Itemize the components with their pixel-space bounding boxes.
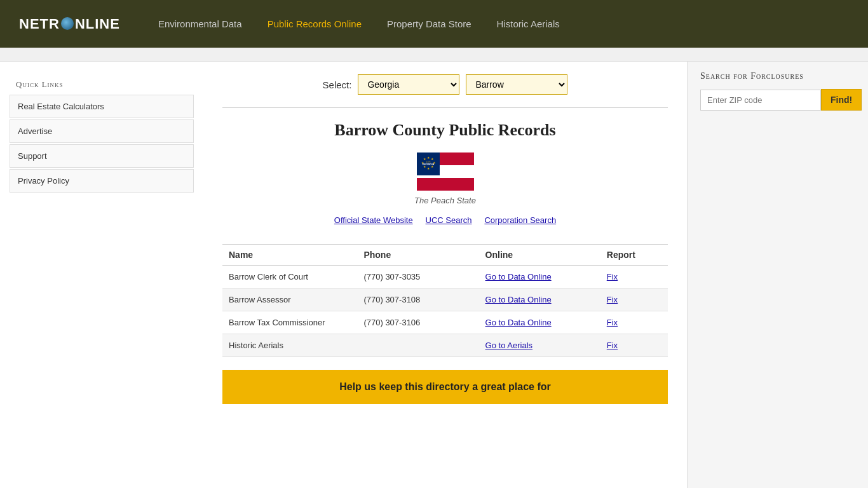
record-name: Barrow Tax Commissioner (222, 311, 357, 334)
find-button[interactable]: Find! (821, 89, 862, 111)
record-online: Go to Data Online (479, 288, 600, 311)
sidebar-item-real-estate[interactable]: Real Estate Calculators (10, 95, 194, 118)
georgia-flag: ★ ★ ★ ★ ★ ★ ★ ★ GEORGIA 1776 (417, 152, 474, 191)
nav-historic-aerials[interactable]: Historic Aerials (497, 18, 560, 29)
yellow-banner-text: Help us keep this directory a great plac… (339, 381, 551, 392)
record-online: Go to Data Online (479, 311, 600, 334)
sidebar-item-support[interactable]: Support (10, 144, 194, 168)
records-table: Name Phone Online Report Barrow Clerk of… (222, 244, 668, 357)
main-content: Select: Georgia Barrow Barrow County Pub… (203, 62, 687, 488)
record-phone (357, 334, 478, 357)
record-report: Fix (600, 334, 668, 357)
state-links: Official State Website UCC Search Corpor… (222, 215, 668, 225)
flag-caption: The Peach State (222, 196, 668, 205)
record-report: Fix (600, 266, 668, 288)
nav-property-data[interactable]: Property Data Store (387, 18, 471, 29)
go-to-data-link[interactable]: Go to Data Online (485, 272, 594, 281)
col-phone: Phone (357, 245, 478, 266)
main-container: Quick Links Real Estate Calculators Adve… (0, 62, 868, 488)
svg-text:1776: 1776 (426, 161, 430, 163)
foreclosure-title: Search for Forclosures (700, 71, 855, 81)
record-online: Go to Data Online (479, 266, 600, 288)
logo-text-right: NLINE (75, 16, 120, 32)
sidebar-item-advertise[interactable]: Advertise (10, 119, 194, 143)
zip-input[interactable] (700, 90, 821, 111)
table-row: Barrow Assessor(770) 307-3108Go to Data … (222, 288, 668, 311)
fix-link[interactable]: Fix (607, 318, 661, 327)
go-to-data-link[interactable]: Go to Data Online (485, 318, 594, 327)
records-tbody: Barrow Clerk of Court(770) 307-3035Go to… (222, 266, 668, 357)
globe-icon (61, 17, 74, 30)
record-phone: (770) 307-3035 (357, 266, 478, 288)
main-nav: Environmental Data Public Records Online… (158, 18, 560, 29)
quick-links-title: Quick Links (10, 74, 194, 95)
official-state-website-link[interactable]: Official State Website (334, 215, 413, 225)
go-to-data-link[interactable]: Go to Data Online (485, 295, 594, 304)
yellow-banner: Help us keep this directory a great plac… (222, 370, 668, 404)
logo: NETRNLINE (19, 16, 120, 32)
nav-public-records[interactable]: Public Records Online (268, 18, 362, 29)
zip-search-row: Find! (700, 89, 855, 111)
ucc-search-link[interactable]: UCC Search (426, 215, 472, 225)
subheader-bar (0, 48, 868, 62)
state-select[interactable]: Georgia (358, 74, 459, 95)
record-name: Barrow Clerk of Court (222, 266, 357, 288)
select-label: Select: (323, 79, 352, 90)
fix-link[interactable]: Fix (607, 272, 661, 281)
record-name: Historic Aerials (222, 334, 357, 357)
county-select[interactable]: Barrow (466, 74, 567, 95)
col-report: Report (600, 245, 668, 266)
record-name: Barrow Assessor (222, 288, 357, 311)
content-divider (222, 107, 668, 108)
left-sidebar: Quick Links Real Estate Calculators Adve… (0, 62, 203, 488)
flag-area: ★ ★ ★ ★ ★ ★ ★ ★ GEORGIA 1776 The Peach S… (222, 152, 668, 205)
svg-rect-2 (417, 178, 474, 191)
sidebar-item-privacy[interactable]: Privacy Policy (10, 169, 194, 193)
logo-text-left: NETR (19, 16, 60, 32)
record-phone: (770) 307-3108 (357, 288, 478, 311)
table-row: Historic AerialsGo to AerialsFix (222, 334, 668, 357)
right-sidebar: Search for Forclosures Find! (687, 62, 868, 488)
go-to-data-link[interactable]: Go to Aerials (485, 341, 594, 350)
fix-link[interactable]: Fix (607, 341, 661, 350)
table-row: Barrow Tax Commissioner(770) 307-3106Go … (222, 311, 668, 334)
fix-link[interactable]: Fix (607, 295, 661, 304)
record-phone: (770) 307-3106 (357, 311, 478, 334)
page-title: Barrow County Public Records (222, 121, 668, 140)
col-name: Name (222, 245, 357, 266)
col-online: Online (479, 245, 600, 266)
record-online: Go to Aerials (479, 334, 600, 357)
table-row: Barrow Clerk of Court(770) 307-3035Go to… (222, 266, 668, 288)
header: NETRNLINE Environmental Data Public Reco… (0, 0, 868, 48)
record-report: Fix (600, 288, 668, 311)
corporation-search-link[interactable]: Corporation Search (484, 215, 556, 225)
nav-environmental[interactable]: Environmental Data (158, 18, 242, 29)
record-report: Fix (600, 311, 668, 334)
select-row: Select: Georgia Barrow (222, 74, 668, 95)
table-header-row: Name Phone Online Report (222, 245, 668, 266)
